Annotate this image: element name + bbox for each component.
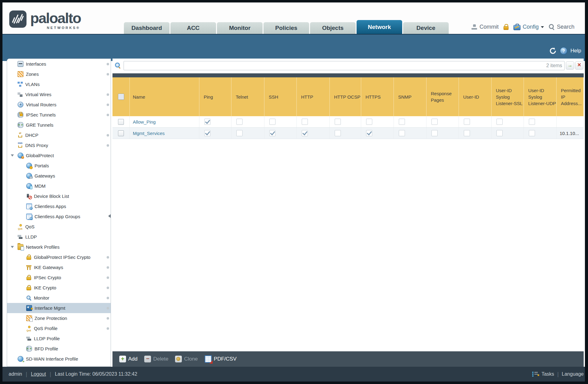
item-options-dot[interactable] <box>107 114 109 116</box>
tab-policies[interactable]: Policies <box>263 22 309 34</box>
row-checkbox[interactable] <box>118 130 124 136</box>
item-options-dot[interactable] <box>107 287 109 289</box>
lock-icon[interactable] <box>504 24 508 30</box>
help-icon[interactable] <box>560 47 567 55</box>
column-header-snmp[interactable]: SNMP <box>394 77 427 116</box>
delete-button[interactable]: Delete <box>144 356 168 362</box>
sidebar-item-globalprotect-ipsec-crypto[interactable]: GlobalProtect IPSec Crypto <box>7 252 111 262</box>
sidebar-item-label: IPSec Crypto <box>34 275 61 280</box>
sidebar-item-ipsec-tunnels[interactable]: IPSec Tunnels <box>7 110 111 120</box>
dns-proxy-icon <box>18 143 23 148</box>
sidebar-item-gre-tunnels[interactable]: GRE Tunnels <box>7 120 111 130</box>
item-options-dot[interactable] <box>107 134 109 137</box>
service-cell-user-id-syslog-listener-ssl <box>492 128 524 139</box>
item-options-dot[interactable] <box>107 266 109 269</box>
expanded-caret-icon[interactable] <box>11 154 14 157</box>
sidebar-item-bfd-profile[interactable]: BFD Profile <box>7 344 111 354</box>
refresh-icon[interactable] <box>549 47 557 55</box>
column-header-response-pages[interactable]: Response Pages <box>427 77 459 116</box>
sidebar-item-interfaces[interactable]: Interfaces <box>7 59 111 69</box>
column-header-permitted-ip-address[interactable]: Permitted IP Address... <box>557 77 584 116</box>
add-button[interactable]: Add <box>119 356 137 362</box>
sidebar-item-mdm[interactable]: MDM <box>7 181 111 191</box>
language-link[interactable]: Language <box>562 371 584 377</box>
column-header-ping[interactable]: Ping <box>199 77 231 116</box>
column-header-user-id-syslog-listener-ssl[interactable]: User-ID Syslog Listener-SSL <box>492 77 524 116</box>
sidebar-item-qos[interactable]: QoS <box>7 222 111 232</box>
name-cell: Mgmt_Services <box>130 128 199 139</box>
column-header-ssh[interactable]: SSH <box>264 77 297 116</box>
sidebar-item-ike-gateways[interactable]: IKE Gateways <box>7 262 111 272</box>
column-header-user-id-syslog-listener-udp[interactable]: User-ID Syslog Listener-UDP <box>524 77 557 116</box>
sidebar-item-device-block-list[interactable]: Device Block List <box>7 191 111 201</box>
select-all-checkbox[interactable] <box>118 94 124 100</box>
item-options-dot[interactable] <box>107 327 109 330</box>
item-options-dot[interactable] <box>107 317 109 320</box>
column-header-http[interactable]: HTTP <box>297 77 330 116</box>
item-options-dot[interactable] <box>107 307 109 309</box>
pdf-csv-button[interactable]: PDF/CSV <box>205 355 237 363</box>
sidebar-item-sd-wan-interface-profile[interactable]: SD-WAN Interface Profile <box>7 354 111 364</box>
global-search-button[interactable]: Search <box>549 24 574 30</box>
sidebar-item-clientless-app-groups[interactable]: Clientless App Groups <box>7 211 111 222</box>
item-options-dot[interactable] <box>107 144 109 147</box>
tab-device[interactable]: Device <box>403 22 449 34</box>
sidebar-item-qos-profile[interactable]: QoS Profile <box>7 323 111 333</box>
tab-network[interactable]: Network <box>357 20 402 34</box>
profile-name-link[interactable]: Mgmt_Services <box>133 131 165 136</box>
sidebar-item-ike-crypto[interactable]: IKE Crypto <box>7 283 111 293</box>
item-options-dot[interactable] <box>107 297 109 299</box>
expanded-caret-icon[interactable] <box>11 246 14 248</box>
logout-link[interactable]: Logout <box>31 371 46 377</box>
filter-input[interactable] <box>124 61 565 70</box>
sidebar-item-portals[interactable]: Portals <box>7 161 111 171</box>
unchecked-checkbox-icon <box>335 130 341 136</box>
sidebar-collapse-arrow-icon[interactable] <box>108 214 111 218</box>
sidebar-item-gateways[interactable]: Gateways <box>7 171 111 181</box>
tab-objects[interactable]: Objects <box>310 22 356 34</box>
commit-button[interactable]: Commit <box>472 24 499 30</box>
sidebar-item-dns-proxy[interactable]: DNS Proxy <box>7 140 111 150</box>
column-header-telnet[interactable]: Telnet <box>231 77 264 116</box>
sidebar-item-virtual-routers[interactable]: Virtual Routers <box>7 100 111 110</box>
column-header-name[interactable]: Name <box>130 77 199 116</box>
sidebar-item-virtual-wires[interactable]: Virtual Wires <box>7 89 111 100</box>
apply-filter-button[interactable] <box>566 61 574 70</box>
sidebar-item-clientless-apps[interactable]: Clientless Apps <box>7 201 111 211</box>
column-header-user-id[interactable]: User-ID <box>459 77 492 116</box>
sidebar-item-label: IKE Gateways <box>34 265 63 270</box>
sidebar-item-zones[interactable]: Zones <box>7 69 111 79</box>
sidebar-item-label: QoS Profile <box>34 326 58 331</box>
column-header-http-ocsp[interactable]: HTTP OCSP <box>330 77 361 116</box>
sidebar-item-network-profiles[interactable]: Network Profiles <box>7 242 111 252</box>
clear-filter-button[interactable] <box>575 61 583 70</box>
tab-acc[interactable]: ACC <box>170 22 216 34</box>
sidebar-item-ipsec-crypto[interactable]: IPSec Crypto <box>7 272 111 283</box>
service-cell-snmp <box>394 128 427 139</box>
sidebar-item-zone-protection[interactable]: Zone Protection <box>7 313 111 323</box>
gateways-icon <box>26 173 32 179</box>
tab-monitor[interactable]: Monitor <box>217 22 263 34</box>
tasks-link[interactable]: Tasks <box>541 371 554 377</box>
item-options-dot[interactable] <box>107 73 109 76</box>
item-options-dot[interactable] <box>107 104 109 106</box>
sidebar-item-lldp[interactable]: LLDP <box>7 232 111 242</box>
item-options-dot[interactable] <box>107 276 109 279</box>
column-header-label: Permitted IP Address... <box>561 87 583 107</box>
clone-button[interactable]: Clone <box>175 356 198 362</box>
help-label[interactable]: Help <box>570 48 581 54</box>
sidebar-item-vlans[interactable]: VLANs <box>7 79 111 89</box>
sidebar-item-globalprotect[interactable]: GlobalProtect <box>7 150 111 161</box>
sidebar-item-dhcp[interactable]: DHCP <box>7 130 111 140</box>
config-menu-button[interactable]: Config <box>513 24 544 30</box>
sidebar-item-interface-mgmt[interactable]: Interface Mgmt <box>7 303 111 313</box>
sidebar-item-monitor[interactable]: Monitor <box>7 293 111 303</box>
row-checkbox[interactable] <box>118 119 124 125</box>
item-options-dot[interactable] <box>107 256 109 259</box>
item-options-dot[interactable] <box>107 93 109 96</box>
column-header-https[interactable]: HTTPS <box>361 77 394 116</box>
tab-dashboard[interactable]: Dashboard <box>124 22 169 34</box>
sidebar-item-lldp-profile[interactable]: LLDP Profile <box>7 333 111 344</box>
profile-name-link[interactable]: Allow_Ping <box>133 119 156 125</box>
item-options-dot[interactable] <box>107 63 109 65</box>
